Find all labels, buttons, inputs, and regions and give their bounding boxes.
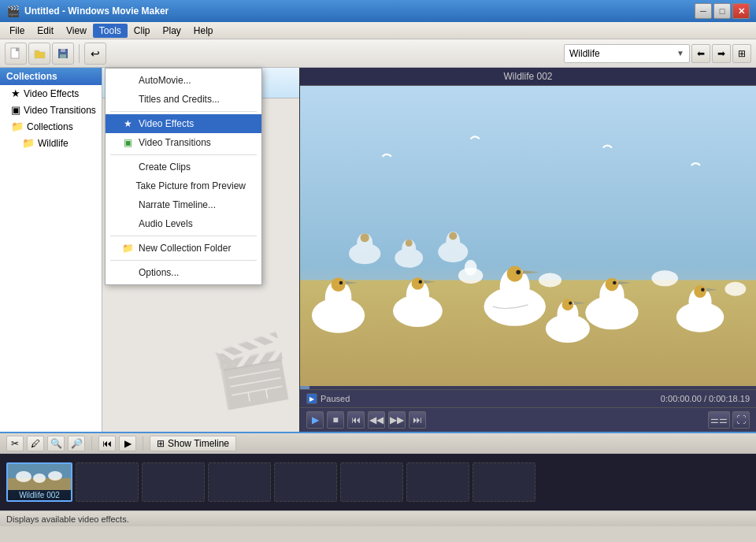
svg-point-60: [613, 281, 616, 284]
svg-point-44: [332, 277, 346, 291]
menu-video-effects[interactable]: ★ Video Effects: [106, 114, 261, 133]
svg-rect-3: [61, 49, 65, 52]
collections-back-button[interactable]: ⬅: [691, 44, 710, 63]
sidebar-label-video-transitions: Video Transitions: [24, 105, 96, 116]
timeline-toolbar: ✂ 🖊 🔍 🔎 ⏮ ▶ ⊞ Show Timeline: [0, 433, 756, 454]
previous-frame-button[interactable]: ⏮: [347, 411, 365, 429]
sidebar-item-collections[interactable]: 📁 Collections: [0, 118, 102, 135]
collections-dropdown-container: Wildlife ▼ ⬅ ➡ ⊞: [564, 44, 751, 63]
timeline: ✂ 🖊 🔍 🔎 ⏮ ▶ ⊞ Show Timeline: [0, 432, 756, 510]
next-frame-button[interactable]: ⏭: [409, 411, 426, 429]
svg-point-69: [562, 299, 574, 311]
split-button[interactable]: ⚌⚌: [708, 411, 730, 429]
create-clips-icon: [121, 161, 134, 173]
stop-button[interactable]: ■: [327, 411, 344, 429]
svg-point-79: [16, 471, 32, 482]
menu-view[interactable]: View: [60, 24, 93, 38]
back-button[interactable]: ◀◀: [368, 411, 385, 429]
video-effects-label: Video Effects: [139, 118, 194, 129]
menu-clip[interactable]: Clip: [128, 24, 157, 38]
audio-levels-icon: [121, 217, 134, 230]
sidebar-item-video-effects[interactable]: ★ Video Effects: [0, 85, 102, 102]
timeline-play-button[interactable]: ▶: [119, 436, 136, 451]
timeline-tool-2[interactable]: 🖊: [27, 436, 44, 451]
menu-new-collection[interactable]: 📁 New Collection Folder: [106, 239, 261, 258]
timeline-placeholder-1: [76, 462, 139, 502]
preview-panel: Wildlife 002: [299, 68, 756, 432]
toolbar-separator-1: [79, 44, 80, 63]
play-button[interactable]: ▶: [306, 411, 324, 429]
timeline-clip-1[interactable]: Wildlife 002: [6, 462, 72, 502]
menu-narrate[interactable]: Narrate Timeline...: [106, 195, 261, 214]
transitions-icon: ▣: [11, 104, 20, 116]
menu-help[interactable]: Help: [187, 24, 220, 38]
statusbar-text: Displays available video effects.: [6, 514, 129, 524]
status-text: Paused: [321, 394, 658, 403]
new-collection-label: New Collection Folder: [139, 243, 231, 254]
toolbar: ↩ Wildlife ▼ ⬅ ➡ ⊞: [0, 39, 756, 68]
svg-rect-4: [60, 54, 66, 58]
undo-button[interactable]: ↩: [84, 43, 106, 65]
fullscreen-button[interactable]: ⛶: [732, 411, 750, 429]
minimize-button[interactable]: ─: [695, 3, 712, 19]
restore-button[interactable]: □: [713, 3, 731, 19]
menu-edit[interactable]: Edit: [31, 24, 60, 38]
open-button[interactable]: [28, 43, 50, 65]
svg-point-65: [701, 288, 704, 291]
timeline-tool-4[interactable]: 🔎: [68, 436, 85, 451]
sidebar-item-video-transitions[interactable]: ▣ Video Transitions: [0, 102, 102, 118]
timeline-tool-3[interactable]: 🔍: [47, 436, 65, 451]
volume-controls: ⚌⚌ ⛶: [708, 411, 750, 429]
svg-point-64: [694, 285, 706, 298]
save-button[interactable]: [52, 43, 74, 65]
tl-separator: [91, 436, 92, 451]
svg-point-41: [449, 232, 457, 239]
clip-thumb: [8, 462, 71, 490]
sidebar-label-wildlife: Wildlife: [38, 138, 69, 149]
timeline-placeholder-2: [142, 462, 205, 502]
video-transitions-icon: ▣: [121, 136, 134, 149]
menu-tools[interactable]: Tools: [93, 24, 128, 38]
menu-options[interactable]: Options...: [106, 263, 261, 282]
menu-titles-credits[interactable]: Titles and Credits...: [106, 90, 261, 109]
left-panel: Collections ★ Video Effects ▣ Video Tran…: [0, 68, 102, 432]
collections-dropdown-value: Wildlife: [569, 48, 600, 59]
playback-controls: ▶ ■ ⏮ ◀◀ ▶▶ ⏭ ⚌⚌ ⛶: [300, 407, 756, 432]
status-indicator: ▶: [306, 393, 317, 404]
menu-audio-levels[interactable]: Audio Levels: [106, 214, 261, 233]
menu-file[interactable]: File: [3, 24, 31, 38]
collections-forward-button[interactable]: ➡: [712, 44, 731, 63]
narrate-label: Narrate Timeline...: [139, 199, 216, 210]
options-icon: [121, 266, 134, 279]
show-timeline-button[interactable]: ⊞ Show Timeline: [150, 436, 236, 451]
svg-point-81: [48, 471, 62, 481]
svg-point-50: [419, 280, 422, 284]
collections-dropdown[interactable]: Wildlife ▼: [564, 44, 690, 63]
timeline-track: Wildlife 002: [0, 454, 756, 510]
forward-button[interactable]: ▶▶: [388, 411, 406, 429]
options-label: Options...: [139, 267, 179, 278]
menu-automovie[interactable]: AutoMovie...: [106, 71, 261, 90]
app-icon: 🎬: [6, 5, 20, 17]
preview-title: Wildlife 002: [300, 68, 756, 86]
create-clips-label: Create Clips: [139, 161, 191, 173]
sidebar-item-wildlife[interactable]: 📁 Wildlife: [0, 135, 102, 151]
folder-icon: 📁: [11, 121, 24, 132]
timeline-placeholder-5: [340, 462, 403, 502]
timeline-prev-button[interactable]: ⏮: [98, 436, 116, 451]
menu-video-transitions[interactable]: ▣ Video Transitions: [106, 133, 261, 152]
close-button[interactable]: ✕: [732, 3, 750, 19]
menu-play[interactable]: Play: [157, 24, 187, 38]
menu-take-picture[interactable]: Take Picture from Preview: [106, 176, 261, 195]
menu-separator-1: [110, 111, 257, 112]
view-options-button[interactable]: ⊞: [732, 44, 751, 63]
watermark: 🎬: [207, 328, 298, 414]
show-timeline-icon: ⊞: [157, 438, 165, 449]
menu-create-clips[interactable]: Create Clips: [106, 158, 261, 176]
timeline-tool-1[interactable]: ✂: [6, 436, 24, 451]
time-display: 0:00:00.00 / 0:00:18.19: [661, 394, 750, 403]
sidebar-label-collections: Collections: [27, 121, 73, 132]
svg-point-75: [651, 270, 678, 286]
new-button[interactable]: [5, 43, 27, 65]
titles-icon: [121, 93, 134, 106]
